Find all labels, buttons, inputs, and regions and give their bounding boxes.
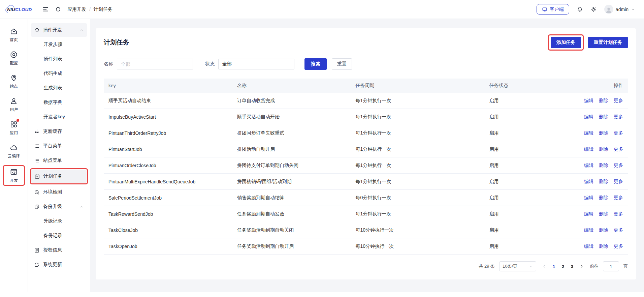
cell-actions: 编辑删除更多 bbox=[572, 114, 623, 120]
page-number-2[interactable]: 2 bbox=[558, 264, 568, 269]
sidebar-subitem-upgrade-records[interactable]: 升级记录 bbox=[31, 214, 87, 228]
cell-name: 顺手买活动自动开始 bbox=[237, 114, 355, 120]
page-number-3[interactable]: 3 bbox=[568, 264, 577, 269]
chevron-down-icon bbox=[631, 7, 635, 11]
sidebar-subitem-data-dict[interactable]: 数据字典 bbox=[31, 96, 87, 109]
more-link[interactable]: 更多 bbox=[614, 98, 623, 104]
edit-link[interactable]: 编辑 bbox=[584, 114, 593, 120]
sidebar-item-site-menu[interactable]: 站点菜单 bbox=[31, 154, 87, 167]
rail-item-cloud-compile[interactable]: 云编译 bbox=[3, 142, 25, 160]
sidebar-item-scheduled-tasks[interactable]: 计划任务 bbox=[31, 170, 87, 183]
more-link[interactable]: 更多 bbox=[614, 162, 623, 169]
sidebar-item-label: 授权信息 bbox=[43, 247, 62, 253]
rail-item-label: 开发 bbox=[10, 178, 18, 183]
delete-link[interactable]: 删除 bbox=[599, 243, 608, 249]
edit-link[interactable]: 编辑 bbox=[584, 195, 593, 201]
edit-link[interactable]: 编辑 bbox=[584, 162, 593, 169]
rail-item-label: 用户 bbox=[10, 107, 18, 113]
breadcrumb-item-app-dev[interactable]: 应用开发 bbox=[67, 6, 86, 12]
bell-icon[interactable] bbox=[577, 6, 583, 12]
delete-link[interactable]: 删除 bbox=[599, 130, 608, 136]
name-filter-label: 名称 bbox=[104, 61, 113, 67]
cell-key: TaskRewardSendJob bbox=[108, 211, 237, 217]
rail-item-config[interactable]: 配置 bbox=[3, 49, 25, 67]
status-filter-select[interactable] bbox=[218, 59, 294, 69]
delete-link[interactable]: 删除 bbox=[599, 114, 608, 120]
rail-item-user[interactable]: 用户 bbox=[3, 95, 25, 114]
more-link[interactable]: 更多 bbox=[614, 195, 623, 201]
edit-link[interactable]: 编辑 bbox=[584, 98, 593, 104]
sidebar-item-license-info[interactable]: 授权信息 bbox=[31, 243, 87, 257]
delete-link[interactable]: 删除 bbox=[599, 227, 608, 233]
edit-link[interactable]: 编辑 bbox=[584, 130, 593, 136]
edit-link[interactable]: 编辑 bbox=[584, 146, 593, 152]
edit-link[interactable]: 编辑 bbox=[584, 179, 593, 185]
rail-item-site[interactable]: 站点 bbox=[3, 72, 25, 91]
cell-actions: 编辑删除更多 bbox=[572, 195, 623, 201]
user-menu[interactable]: admin bbox=[604, 5, 635, 14]
refresh-icon[interactable] bbox=[55, 6, 61, 12]
page-number-1[interactable]: 1 bbox=[549, 264, 558, 269]
more-link[interactable]: 更多 bbox=[614, 227, 623, 233]
sidebar-subitem-developer-key[interactable]: 开发者key bbox=[31, 110, 87, 124]
more-link[interactable]: 更多 bbox=[614, 179, 623, 185]
client-button[interactable]: 客户端 bbox=[537, 4, 569, 14]
delete-link[interactable]: 删除 bbox=[599, 195, 608, 201]
delete-link[interactable]: 删除 bbox=[599, 98, 608, 104]
more-link[interactable]: 更多 bbox=[614, 243, 623, 249]
sidebar-subitem-code-gen[interactable]: 代码生成 bbox=[31, 67, 87, 80]
delete-link[interactable]: 删除 bbox=[599, 146, 608, 152]
main-area: 计划任务 添加任务 重置计划任务 名称 状态 搜索 重置 bbox=[90, 19, 644, 292]
search-button[interactable]: 搜索 bbox=[304, 58, 327, 70]
sidebar-subitem-dev-steps[interactable]: 开发步骤 bbox=[31, 38, 87, 51]
cell-actions: 编辑删除更多 bbox=[572, 243, 623, 249]
edit-link[interactable]: 编辑 bbox=[584, 211, 593, 217]
more-link[interactable]: 更多 bbox=[614, 130, 623, 136]
name-filter-input[interactable] bbox=[117, 59, 193, 69]
add-task-button[interactable]: 添加任务 bbox=[551, 37, 581, 48]
gear-icon[interactable] bbox=[590, 6, 597, 12]
breadcrumb-item-scheduled-tasks[interactable]: 计划任务 bbox=[94, 6, 112, 12]
backup-icon bbox=[34, 204, 40, 210]
page-size-select[interactable]: 10条/页 bbox=[499, 261, 536, 271]
sidebar-item-backup-upgrade[interactable]: 备份升级 bbox=[31, 200, 87, 213]
rail-item-dev[interactable]: 开发 bbox=[3, 165, 25, 186]
reset-filter-button[interactable]: 重置 bbox=[332, 58, 352, 70]
sidebar-subitem-backup-records[interactable]: 备份记录 bbox=[31, 229, 87, 242]
more-link[interactable]: 更多 bbox=[614, 114, 623, 120]
rail-item-apps[interactable]: 应用 bbox=[3, 119, 25, 137]
sidebar-item-plugin-dev[interactable]: 插件开发 bbox=[31, 23, 87, 37]
header-buttons: 添加任务 重置计划任务 bbox=[548, 37, 628, 48]
more-link[interactable]: 更多 bbox=[614, 211, 623, 217]
sidebar-item-label: 环境检测 bbox=[43, 189, 62, 195]
niucloud-logo[interactable]: NIUCLOUD bbox=[4, 4, 36, 15]
cell-period: 每1分钟执行一次 bbox=[355, 130, 489, 136]
sidebar-subitem-plugin-list[interactable]: 插件列表 bbox=[31, 52, 87, 66]
sidebar-item-system-update[interactable]: 系统更新 bbox=[31, 258, 87, 271]
next-page-icon[interactable] bbox=[578, 264, 585, 269]
goto-page-input[interactable] bbox=[603, 261, 619, 271]
cell-name: 销售奖励到期自动结算 bbox=[237, 195, 355, 201]
reset-plan-tasks-button[interactable]: 重置计划任务 bbox=[588, 37, 628, 48]
prev-page-icon[interactable] bbox=[541, 264, 548, 269]
cell-status: 启用 bbox=[489, 195, 572, 201]
edit-link[interactable]: 编辑 bbox=[584, 227, 593, 233]
sidebar-item-update-cache[interactable]: 更新缓存 bbox=[31, 125, 87, 138]
collapse-menu-icon[interactable] bbox=[42, 6, 49, 12]
delete-link[interactable]: 删除 bbox=[599, 179, 608, 185]
sidebar-item-label: 插件开发 bbox=[43, 27, 62, 33]
chevron-up-icon bbox=[79, 205, 84, 209]
delete-link[interactable]: 删除 bbox=[599, 162, 608, 169]
rail-item-home[interactable]: 首页 bbox=[3, 26, 25, 44]
sidebar-item-platform-menu[interactable]: 平台菜单 bbox=[31, 139, 87, 153]
edit-link[interactable]: 编辑 bbox=[584, 243, 593, 249]
delete-link[interactable]: 删除 bbox=[599, 211, 608, 217]
cloud-icon bbox=[10, 144, 18, 152]
more-link[interactable]: 更多 bbox=[614, 146, 623, 152]
apps-icon bbox=[10, 120, 18, 128]
sidebar-subitem-gen-list[interactable]: 生成列表 bbox=[31, 81, 87, 95]
config-icon bbox=[10, 51, 18, 59]
update-icon bbox=[34, 262, 40, 268]
sidebar-item-env-check[interactable]: 环境检测 bbox=[31, 185, 87, 199]
cell-period: 每1分钟执行一次 bbox=[355, 179, 489, 185]
